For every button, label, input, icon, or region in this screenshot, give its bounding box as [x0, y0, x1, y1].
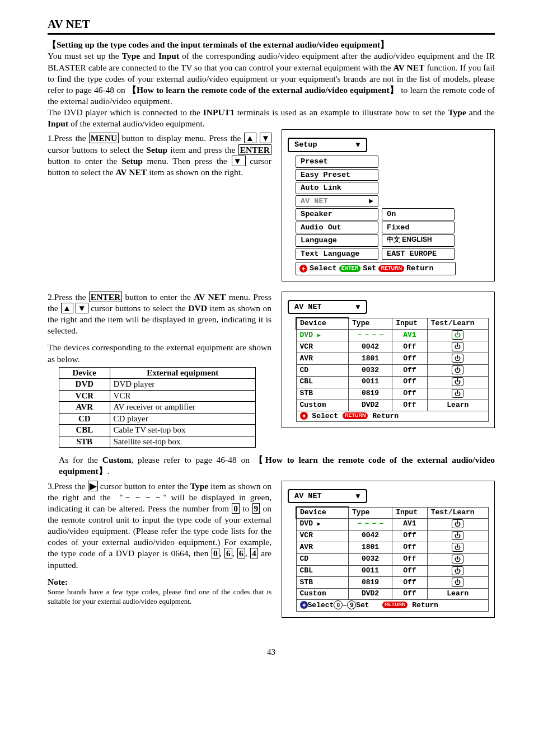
page-number: 43 [48, 647, 495, 658]
device-mapping-table: DeviceExternal equipment DVDDVD player V… [59, 367, 256, 448]
power-icon: ⏻ [452, 354, 463, 363]
dpad-icon: ✦ [300, 412, 308, 420]
circled-zero-icon: 0 [334, 600, 343, 609]
num-key: 4 [250, 548, 258, 558]
down-key: ▼ [76, 303, 88, 313]
power-icon: ⏻ [452, 543, 463, 552]
return-pill-icon: RETURN [378, 265, 404, 272]
custom-ref: As for the Custom, please refer to page … [59, 454, 495, 477]
dpad-icon: ✦ [300, 601, 308, 609]
step3-text: 3.Press the ▶ cursor button to enter the… [48, 481, 271, 571]
power-icon: ⏻ [452, 377, 463, 386]
note-heading: Note: [48, 576, 271, 588]
num-key: 6 [237, 548, 245, 558]
intro-paragraph-2: The DVD player which is connected to the… [48, 107, 495, 129]
enter-key: ENTER [238, 144, 271, 155]
osd-setup: Setup▼ Preset Easy Preset Auto Link AV N… [282, 129, 495, 281]
osd-item-textlang: Text Language [296, 248, 378, 260]
osd-item-language: Language [296, 234, 378, 247]
dpad-icon: ✦ [299, 265, 307, 273]
osd-val-audioout: Fixed [382, 222, 455, 234]
osd-item-preset: Preset [296, 156, 378, 168]
osd-setup-title: Setup▼ [288, 138, 367, 152]
num-key: 0 [212, 548, 219, 558]
osd-val-speaker: On [382, 208, 455, 220]
power-icon: ⏻ [452, 330, 463, 339]
up-key: ▲ [244, 133, 257, 143]
down-key: ▼ [232, 156, 246, 166]
osd-item-audioout: Audio Out [296, 222, 378, 234]
step2b-text: The devices corresponding to the externa… [48, 342, 271, 364]
power-icon: ⏻ [452, 577, 463, 586]
down-key: ▼ [260, 133, 271, 143]
power-icon: ⏻ [452, 519, 463, 528]
osd-item-autolink: Auto Link [296, 182, 378, 194]
section-title: AV NET [48, 17, 495, 35]
return-pill-icon: RETURN [343, 412, 368, 419]
power-icon: ⏻ [452, 365, 463, 374]
intro-paragraph: You must set up the Type and Input of th… [48, 50, 495, 107]
enter-key: ENTER [89, 292, 122, 302]
osd-val-language: 中文 ENGLISH [382, 234, 455, 247]
right-key: ▶ [88, 481, 98, 491]
power-icon: ⏻ [452, 555, 463, 564]
power-icon: ⏻ [452, 531, 463, 540]
osd-avnet-title: AV NET▼ [288, 300, 367, 314]
power-icon: ⏻ [452, 342, 463, 351]
step2-text: 2.Press the ENTER button to enter the AV… [48, 292, 271, 337]
circled-nine-icon: 9 [347, 600, 356, 609]
up-key: ▲ [61, 303, 73, 313]
osd-item-easypreset: Easy Preset [296, 169, 378, 181]
num-key: 9 [252, 503, 260, 514]
menu-key: MENU [89, 133, 119, 143]
power-icon: ⏻ [452, 389, 463, 398]
osd-setup-footer: ✦Select ENTERSet RETURNReturn [296, 262, 456, 275]
osd-avnet-title: AV NET▼ [288, 489, 367, 504]
osd-val-textlang: EAST EUROPE [382, 248, 455, 260]
num-key: 6 [224, 548, 232, 558]
note-body: Some brands have a few type codes, pleas… [48, 588, 271, 607]
osd-avnet-1: AV NET▼ Device Type Input Test/Learn DVD… [282, 292, 495, 429]
sub-heading: 【Setting up the type codes and the input… [48, 39, 495, 50]
osd-item-speaker: Speaker [296, 208, 378, 220]
num-key: 0 [232, 503, 240, 514]
step1-text: 1.Press the MENU button to display menu.… [48, 133, 271, 178]
power-icon: ⏻ [452, 566, 463, 575]
osd-avnet-2: AV NET▼ Device Type Input Test/Learn DVD… [282, 481, 495, 618]
return-pill-icon: RETURN [382, 602, 408, 608]
osd-item-avnet: AV NET▶ [296, 195, 378, 208]
enter-pill-icon: ENTER [339, 265, 361, 272]
